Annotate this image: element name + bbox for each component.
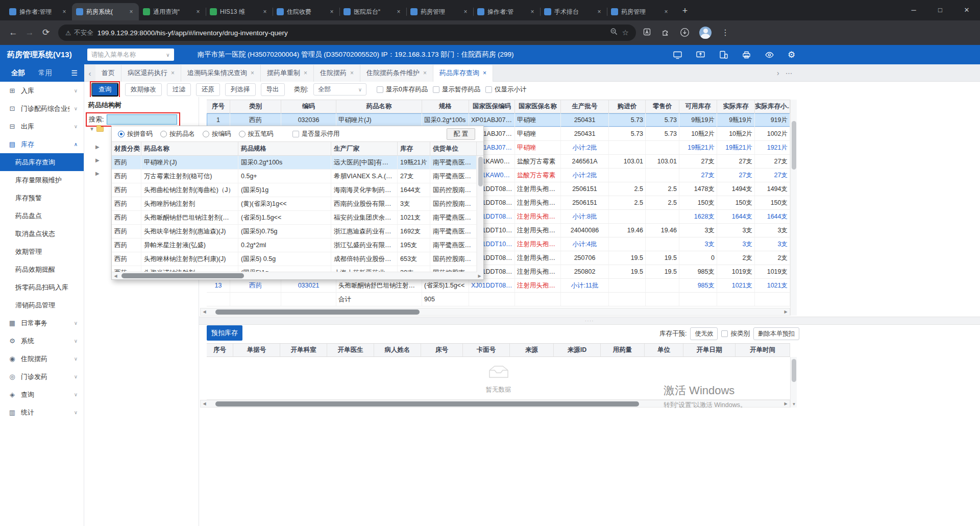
extensions-icon[interactable] xyxy=(662,28,670,38)
tabs-scroll-right-icon[interactable]: › xyxy=(777,69,779,77)
tabs-scroll-left-icon[interactable]: ‹ xyxy=(84,69,95,78)
reserved-vscrollbar[interactable]: ▼ xyxy=(790,357,797,408)
sidebar-item[interactable]: ⊟出库∨ xyxy=(0,117,84,135)
vscroll-thumb[interactable] xyxy=(478,157,483,186)
tab-close-icon[interactable]: × xyxy=(171,69,175,77)
printer-icon[interactable] xyxy=(742,50,751,60)
screen-cast-icon[interactable] xyxy=(673,50,682,60)
reload-icon[interactable]: ⟳ xyxy=(38,25,54,41)
browser-tab[interactable]: 操作者:管理× xyxy=(5,3,72,20)
toolbar-checkbox[interactable]: 仅显示小计 xyxy=(485,85,527,94)
sidebar-subitem[interactable]: 库存预警 xyxy=(0,189,84,207)
tab-close-icon[interactable]: × xyxy=(395,8,402,15)
inventory-row[interactable]: 13西药033021头孢哌酮钠舒巴坦钠注射…(省采5)1.5g<<XJ01DDT… xyxy=(207,279,790,293)
browser-menu-icon[interactable]: ⋮ xyxy=(721,29,729,37)
popup-vscrollbar[interactable] xyxy=(477,156,483,272)
tree-expand-icon[interactable]: ▶ xyxy=(95,157,100,163)
by-category-checkbox[interactable]: 按类别 xyxy=(721,329,750,338)
drug-list-row[interactable]: 西药甲硝唑片(J)国采0.2g*100s远大医药[中国]有…19瓶21片南平鹭燕… xyxy=(112,156,483,170)
search-mode-radio[interactable]: 按五笔码 xyxy=(239,130,274,138)
sidebar-subitem[interactable]: 滞销药品管理 xyxy=(0,296,84,314)
forward-icon[interactable]: → xyxy=(21,25,38,41)
device-icon[interactable] xyxy=(719,50,728,60)
close-button[interactable]: ✕ xyxy=(953,0,980,20)
workspace-tab[interactable]: 住院摆药条件维护× xyxy=(360,65,433,82)
scroll-right-icon[interactable]: ▶ xyxy=(782,309,790,314)
toolbar-button[interactable]: 导出 xyxy=(261,83,285,96)
sidebar-subitem[interactable]: 取消盘点状态 xyxy=(0,225,84,243)
toolbar-button[interactable]: 列选择 xyxy=(225,83,256,96)
sidebar-item[interactable]: ◈查询∨ xyxy=(0,386,84,403)
scroll-left-icon[interactable]: ◀ xyxy=(201,401,208,406)
search-mode-radio[interactable]: 按拼音码 xyxy=(118,130,153,138)
tree-collapse-icon[interactable]: ▼ xyxy=(89,126,94,132)
tab-close-icon[interactable]: × xyxy=(529,8,536,15)
workspace-tab[interactable]: 追溯码采集情况查询× xyxy=(181,65,261,82)
invalidate-button[interactable]: 使无效 xyxy=(690,327,718,340)
tab-close-icon[interactable]: × xyxy=(462,8,469,15)
drug-list-row[interactable]: 西药头孢呋辛钠注射剂(惠迪森)(J)(国采5)0.75g浙江惠迪森药业有…169… xyxy=(112,225,483,238)
scroll-right-icon[interactable]: ▶ xyxy=(782,401,790,406)
toolbar-button[interactable]: 过滤 xyxy=(167,83,191,96)
minimize-button[interactable]: ─ xyxy=(900,0,927,20)
show-disabled-checkbox[interactable]: 是否显示停用 xyxy=(292,130,340,138)
tabs-more-icon[interactable]: ⋯ xyxy=(786,69,793,77)
toolbar-button[interactable]: 效期修改 xyxy=(125,83,162,96)
tab-close-icon[interactable]: × xyxy=(304,69,307,77)
popup-hscrollbar[interactable]: ◀ ▶ xyxy=(112,272,483,279)
tab-close-icon[interactable]: × xyxy=(423,69,427,77)
search-input[interactable] xyxy=(107,114,177,125)
drug-list-row[interactable]: 西药头孢唑肟钠注射剂(黄)(省采3)1g<<西南药业股份有限…3支国药控股南… xyxy=(112,197,483,211)
sidebar-subitem[interactable]: 库存量限额维护 xyxy=(0,171,84,189)
tab-close-icon[interactable]: × xyxy=(328,8,335,15)
vscroll-thumb[interactable] xyxy=(792,121,796,170)
browser-tab[interactable]: 医院后台“× xyxy=(339,3,406,20)
reserved-stock-tab[interactable]: 预扣库存 xyxy=(207,325,242,341)
scroll-left-icon[interactable]: ◀ xyxy=(201,309,208,314)
translate-icon[interactable] xyxy=(643,28,652,38)
tab-close-icon[interactable]: × xyxy=(261,8,268,15)
delete-reservation-button[interactable]: 删除本单预扣 xyxy=(753,327,799,340)
drug-list-row[interactable]: 西药万古霉素注射剂(稳可信)0.5g+希腊VIANEX S.A.(…27支南平鹭… xyxy=(112,170,483,183)
download-icon[interactable] xyxy=(680,28,690,38)
category-select[interactable]: 全部 ∨ xyxy=(313,83,366,95)
inventory-hscrollbar[interactable]: ◀ ▶ xyxy=(200,308,790,316)
vscroll-thumb[interactable] xyxy=(792,359,796,382)
toolbar-checkbox[interactable]: 显示0库存药品 xyxy=(377,85,428,94)
workspace-tab[interactable]: 病区退药执行× xyxy=(121,65,181,82)
tab-close-icon[interactable]: × xyxy=(663,8,670,15)
omnibox[interactable]: ⚠不安全 199.9.129.29:8000/his-yf/app/#/inve… xyxy=(58,25,636,41)
tab-close-icon[interactable]: × xyxy=(483,69,486,77)
inventory-row[interactable]: 合计905 xyxy=(207,293,790,306)
tree-root-node[interactable]: ▼ xyxy=(89,126,104,132)
browser-tab[interactable]: HIS13 维× xyxy=(206,3,273,20)
workspace-tab[interactable]: 摆药单重制× xyxy=(261,65,314,82)
search-mode-radio[interactable]: 按药品名 xyxy=(160,130,195,138)
filter-common[interactable]: 常用 xyxy=(38,68,52,78)
workspace-tab[interactable]: 药品库存查询× xyxy=(433,65,493,82)
query-button[interactable]: 查询 xyxy=(91,83,118,97)
filter-all[interactable]: 全部 xyxy=(11,68,25,78)
menu-search-select[interactable]: 请输入菜单名称 ∨ xyxy=(87,49,174,61)
sidebar-subitem[interactable]: 药品盘点 xyxy=(0,207,84,225)
tab-close-icon[interactable]: × xyxy=(61,8,68,15)
sidebar-item[interactable]: ▥统计∨ xyxy=(0,403,84,421)
sidebar-item[interactable]: ▤库存∧ xyxy=(0,135,84,153)
tree-expand-icon[interactable]: ▶ xyxy=(95,171,100,176)
workspace-tab[interactable]: 首页 xyxy=(95,65,121,82)
bookmark-star-icon[interactable]: ☆ xyxy=(622,28,629,37)
back-icon[interactable]: ← xyxy=(5,25,21,41)
browser-tab[interactable]: 通用查询“× xyxy=(139,3,206,20)
monitor-eye-icon[interactable] xyxy=(765,50,774,60)
hscroll-thumb[interactable] xyxy=(215,309,420,315)
tab-close-icon[interactable]: × xyxy=(194,8,202,15)
hscroll-thumb[interactable] xyxy=(215,401,639,407)
tree-expand-icon[interactable]: ▶ xyxy=(95,144,100,150)
settings-gear-icon[interactable]: ⚙ xyxy=(788,50,795,60)
sidebar-item[interactable]: ⊡门诊配药综合业务∨ xyxy=(0,100,84,117)
profile-avatar[interactable] xyxy=(699,27,712,39)
drug-list-row[interactable]: 西药头孢曲松钠注射剂(海曲松)（J）(国采5)1g海南海灵化学制药…1644支国… xyxy=(112,183,483,197)
sidebar-item[interactable]: ◉住院摆药∨ xyxy=(0,350,84,368)
scroll-right-icon[interactable]: ▶ xyxy=(476,274,483,278)
tab-close-icon[interactable]: × xyxy=(350,69,354,77)
